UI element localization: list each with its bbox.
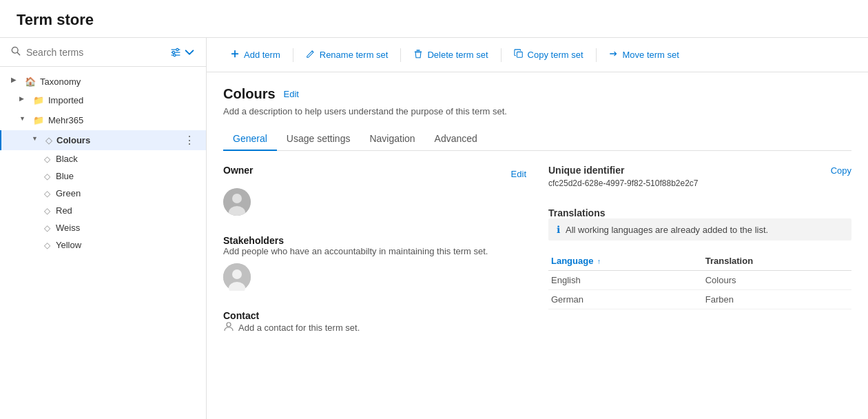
delete-term-set-button[interactable]: Delete term set [406, 45, 495, 65]
sidebar-item-red[interactable]: ◇ Red [0, 202, 206, 219]
filter-icon[interactable] [170, 47, 181, 58]
language-column-header[interactable]: Language ↑ [548, 252, 703, 271]
move-icon [609, 49, 619, 61]
sidebar-item-taxonomy[interactable]: ▶ 🏠 Taxonomy [0, 72, 206, 90]
svg-rect-15 [517, 52, 522, 57]
add-term-icon [230, 49, 240, 61]
uid-value: cfc25d2d-628e-4997-9f82-510f88b2e2c7 [548, 178, 851, 188]
svg-point-20 [232, 269, 242, 279]
avatar [223, 263, 251, 291]
chevron-down-icon: ▼ [19, 115, 30, 126]
search-box [0, 38, 206, 67]
detail-description: Add a description to help users understa… [223, 106, 851, 116]
sidebar-item-label: Black [56, 154, 78, 164]
page-title: Term store [17, 11, 94, 28]
sidebar-item-imported[interactable]: ▶ 📁 Imported ⋮ [0, 90, 206, 110]
term-icon: ◇ [44, 223, 50, 233]
sidebar-item-colours[interactable]: ▼ ◇ Colours ⋮ [0, 130, 206, 150]
owner-edit-link[interactable]: Edit [511, 169, 526, 179]
page-header: Term store [0, 0, 868, 38]
term-icon: ◇ [44, 241, 50, 250]
sort-arrow-icon: ↑ [597, 258, 601, 265]
translations-info-text: All working languages are already added … [566, 225, 768, 235]
uid-header: Unique identifier Copy [548, 165, 851, 176]
toolbar-separator [501, 48, 502, 62]
translation-cell: Colours [703, 271, 851, 290]
move-term-set-button[interactable]: Move term set [602, 45, 686, 65]
main-layout: ▶ 🏠 Taxonomy ▶ 📁 Imported ⋮ ▼ 📁 Mehr365 … [0, 38, 868, 419]
table-row: English Colours [548, 271, 851, 290]
table-row: German Farben [548, 290, 851, 309]
detail-edit-link[interactable]: Edit [284, 89, 299, 99]
stakeholders-section: Stakeholders Add people who have an acco… [223, 235, 526, 291]
tab-navigation[interactable]: Navigation [360, 127, 424, 151]
rename-term-set-button[interactable]: Rename term set [299, 45, 395, 65]
sidebar: ▶ 🏠 Taxonomy ▶ 📁 Imported ⋮ ▼ 📁 Mehr365 … [0, 38, 207, 419]
two-column-layout: Owner Edit [223, 165, 851, 334]
translation-column-header: Translation [703, 252, 851, 271]
translations-section: Translations ℹ All working languages are… [548, 207, 851, 309]
term-set-icon: ◇ [45, 135, 52, 145]
chevron-down-icon[interactable] [184, 47, 195, 58]
svg-point-17 [232, 194, 242, 203]
uid-label: Unique identifier [548, 165, 624, 176]
toolbar-separator [596, 48, 597, 62]
sidebar-item-label: Colours [56, 135, 184, 145]
sidebar-item-label: Yellow [56, 240, 81, 250]
sidebar-item-label: Weiss [56, 223, 80, 233]
owner-label: Owner [223, 165, 254, 176]
left-column: Owner Edit [223, 165, 526, 334]
sidebar-item-yellow[interactable]: ◇ Yellow [0, 236, 206, 254]
tab-advanced[interactable]: Advanced [425, 127, 487, 151]
toolbar: Add term Rename term set Delete term set [207, 38, 868, 72]
search-icon [11, 46, 21, 58]
svg-point-22 [227, 323, 231, 327]
sidebar-item-label: Red [56, 205, 72, 216]
toolbar-separator [400, 48, 401, 62]
chevron-down-icon: ▼ [32, 135, 43, 146]
detail-title-row: Colours Edit [223, 86, 851, 102]
svg-point-2 [172, 51, 174, 53]
rename-icon [306, 49, 316, 61]
more-options-button[interactable]: ⋮ [184, 134, 195, 147]
search-input[interactable] [26, 47, 165, 58]
sidebar-item-black[interactable]: ◇ Black [0, 150, 206, 167]
contact-add-label: Add a contact for this term set. [238, 323, 360, 333]
detail-content: Colours Edit Add a description to help u… [207, 72, 868, 419]
svg-point-8 [174, 54, 176, 56]
copy-term-set-button[interactable]: Copy term set [507, 45, 590, 65]
term-icon: ◇ [44, 172, 50, 181]
content-area: Add term Rename term set Delete term set [207, 38, 868, 419]
owner-header: Owner Edit [223, 165, 526, 183]
stakeholders-label: Stakeholders [223, 235, 284, 246]
svg-point-5 [176, 48, 178, 50]
avatar [223, 188, 251, 216]
sidebar-item-blue[interactable]: ◇ Blue [0, 167, 206, 185]
tab-usage-settings[interactable]: Usage settings [277, 127, 360, 151]
delete-icon [413, 49, 423, 61]
folder-open-icon: 📁 [33, 115, 44, 125]
translations-label: Translations [548, 207, 605, 218]
stakeholder-avatar [223, 263, 526, 291]
sidebar-item-label: Taxonomy [40, 76, 195, 87]
term-icon: ◇ [44, 206, 50, 216]
sidebar-item-weiss[interactable]: ◇ Weiss [0, 219, 206, 236]
copy-icon [514, 49, 524, 61]
term-icon: ◇ [44, 189, 50, 198]
folder-icon: 📁 [33, 95, 44, 105]
sidebar-item-label: Imported [48, 95, 184, 105]
uid-copy-button[interactable]: Copy [831, 165, 851, 176]
svg-line-1 [17, 52, 20, 55]
sidebar-item-green[interactable]: ◇ Green [0, 185, 206, 202]
add-term-button[interactable]: Add term [223, 45, 287, 65]
tab-general[interactable]: General [223, 127, 277, 151]
sidebar-item-mehr365[interactable]: ▼ 📁 Mehr365 ⋮ [0, 110, 206, 130]
tabs: General Usage settings Navigation Advanc… [223, 127, 851, 151]
translations-info-banner: ℹ All working languages are already adde… [548, 218, 851, 241]
search-actions [170, 47, 195, 58]
info-icon: ℹ [557, 224, 560, 235]
translations-table: Language ↑ Translation [548, 252, 851, 309]
sidebar-item-label: Green [56, 188, 81, 198]
chevron-right-icon: ▶ [19, 95, 30, 106]
right-column: Unique identifier Copy cfc25d2d-628e-499… [548, 165, 851, 334]
